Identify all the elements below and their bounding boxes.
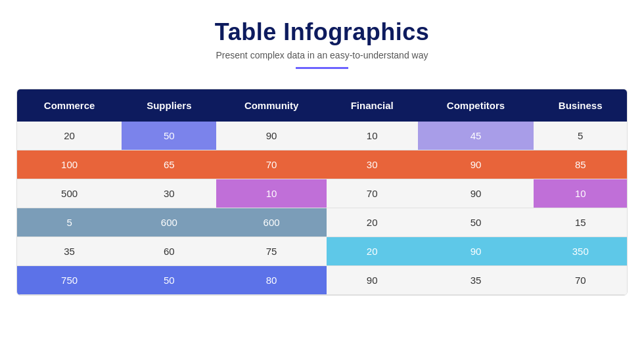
table-cell: 85 bbox=[534, 150, 627, 179]
table-cell: 70 bbox=[327, 179, 418, 208]
infographic-table: CommerceSuppliersCommunityFinancialCompe… bbox=[17, 89, 627, 295]
table-cell: 90 bbox=[216, 122, 326, 150]
table-cell: 90 bbox=[418, 179, 534, 208]
table-cell: 70 bbox=[534, 266, 627, 295]
table-cell: 20 bbox=[17, 122, 122, 150]
table-cell: 70 bbox=[216, 150, 326, 179]
table-row: 20509010455 bbox=[17, 122, 627, 150]
table-cell: 100 bbox=[17, 150, 122, 179]
table-cell: 10 bbox=[534, 179, 627, 208]
table-cell: 90 bbox=[327, 266, 418, 295]
table-cell: 500 bbox=[17, 179, 122, 208]
table-cell: 35 bbox=[17, 237, 122, 266]
col-header-community: Community bbox=[216, 89, 326, 122]
table-cell: 60 bbox=[122, 237, 216, 266]
table-row: 3560752090350 bbox=[17, 237, 627, 266]
col-header-suppliers: Suppliers bbox=[122, 89, 216, 122]
table-cell: 5 bbox=[17, 208, 122, 237]
table-row: 5003010709010 bbox=[17, 179, 627, 208]
col-header-financial: Financial bbox=[327, 89, 418, 122]
table-cell: 600 bbox=[122, 208, 216, 237]
table-cell: 350 bbox=[534, 237, 627, 266]
table-cell: 30 bbox=[122, 179, 216, 208]
table-cell: 45 bbox=[418, 122, 534, 150]
table-cell: 50 bbox=[122, 122, 216, 150]
header-divider bbox=[296, 67, 348, 69]
col-header-business: Business bbox=[534, 89, 627, 122]
table-cell: 80 bbox=[216, 266, 326, 295]
table-row: 5600600205015 bbox=[17, 208, 627, 237]
page-subtitle: Present complex data in an easy-to-under… bbox=[215, 50, 429, 60]
page-header: Table Infographics Present complex data … bbox=[215, 18, 429, 69]
table-row: 7505080903570 bbox=[17, 266, 627, 295]
table-cell: 90 bbox=[418, 237, 534, 266]
table-cell: 90 bbox=[418, 150, 534, 179]
table-cell: 50 bbox=[418, 208, 534, 237]
table-cell: 15 bbox=[534, 208, 627, 237]
table-row: 1006570309085 bbox=[17, 150, 627, 179]
table-header-row: CommerceSuppliersCommunityFinancialCompe… bbox=[17, 89, 627, 122]
table-cell: 65 bbox=[122, 150, 216, 179]
table-cell: 600 bbox=[216, 208, 326, 237]
table-cell: 750 bbox=[17, 266, 122, 295]
table-cell: 10 bbox=[327, 122, 418, 150]
table-cell: 50 bbox=[122, 266, 216, 295]
table-cell: 35 bbox=[418, 266, 534, 295]
col-header-competitors: Competitors bbox=[418, 89, 534, 122]
page-title: Table Infographics bbox=[215, 18, 429, 46]
table-container: CommerceSuppliersCommunityFinancialCompe… bbox=[16, 89, 628, 296]
col-header-commerce: Commerce bbox=[17, 89, 122, 122]
table-cell: 5 bbox=[534, 122, 627, 150]
table-cell: 20 bbox=[327, 237, 418, 266]
table-cell: 75 bbox=[216, 237, 326, 266]
table-cell: 10 bbox=[216, 179, 326, 208]
table-cell: 30 bbox=[327, 150, 418, 179]
table-cell: 20 bbox=[327, 208, 418, 237]
